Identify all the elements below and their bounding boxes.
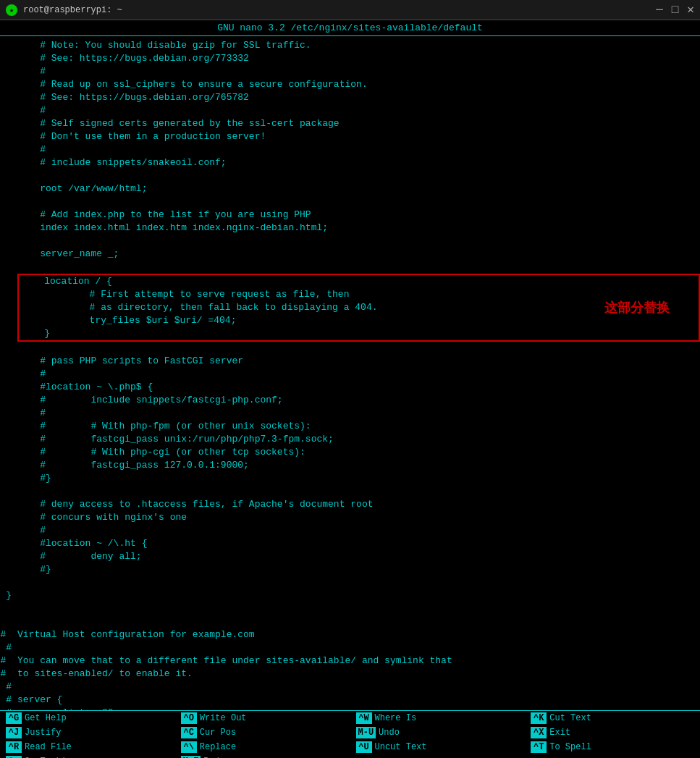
- footer-key[interactable]: ^U: [356, 741, 372, 753]
- footer-item[interactable]: M-ERedo: [175, 754, 350, 758]
- editor-line: #server {: [0, 694, 700, 707]
- footer-label: To Spell: [549, 742, 591, 752]
- footer-item[interactable]: ^JJustify: [0, 725, 175, 740]
- footer-key[interactable]: ^X: [531, 727, 547, 738]
- highlighted-block: location / { # First attempt to serve re…: [17, 274, 700, 342]
- footer-key[interactable]: ^\: [181, 741, 197, 753]
- editor-line: [0, 261, 700, 274]
- title-bar-controls[interactable]: ─ □ ✕: [656, 4, 694, 16]
- line-content: Virtual Host configuration for example.c…: [14, 628, 700, 641]
- line-marker: [0, 446, 14, 459]
- line-content: [14, 342, 700, 355]
- line-content: [14, 485, 700, 498]
- line-content: #location ~ \.php$ {: [14, 381, 700, 394]
- close-button[interactable]: ✕: [687, 4, 694, 16]
- footer-label: Where Is: [375, 713, 417, 723]
- editor-line: # fastcgi_pass 127.0.0.1:9000;: [0, 459, 700, 472]
- line-content: [14, 615, 700, 628]
- footer-item[interactable]: ^CCur Pos: [175, 725, 350, 740]
- line-marker: [0, 537, 14, 550]
- footer-label: Undo: [379, 728, 400, 738]
- footer-key[interactable]: ^W: [356, 712, 372, 724]
- line-marker: [0, 104, 14, 117]
- line-marker: #: [0, 681, 14, 694]
- editor-line: #: [0, 524, 700, 537]
- footer-key[interactable]: ^J: [6, 727, 22, 738]
- editor-line: try_files $uri $uri/ =404;: [19, 314, 699, 327]
- footer-key[interactable]: ^C: [181, 727, 197, 738]
- title-bar-title: root@raspberrypi: ~: [23, 5, 122, 15]
- line-marker: [0, 615, 14, 628]
- footer-item[interactable]: ^OWrite Out: [175, 711, 350, 725]
- editor[interactable]: # Note: You should disable gzip for SSL …: [0, 36, 700, 710]
- editor-line: [0, 576, 700, 589]
- line-marker: #: [0, 707, 14, 710]
- footer-item[interactable]: ^UUncut Text: [350, 740, 526, 754]
- annotation: 这部分替换: [604, 299, 670, 316]
- footer-item[interactable]: ^RRead File: [0, 740, 175, 754]
- line-content: [14, 576, 700, 589]
- line-content: #: [14, 65, 700, 78]
- editor-line: [0, 169, 700, 182]
- line-marker: [0, 248, 14, 261]
- line-marker: [0, 485, 14, 498]
- footer-key[interactable]: ^T: [531, 741, 547, 753]
- line-content: # Note: You should disable gzip for SSL …: [14, 39, 700, 52]
- line-content: # include snippets/fastcgi-php.conf;: [14, 394, 700, 407]
- editor-line: #: [0, 65, 700, 78]
- line-content: # include snippets/snakeoil.conf;: [14, 156, 700, 169]
- line-marker: [0, 78, 14, 91]
- footer-key[interactable]: ^K: [531, 712, 547, 724]
- line-marker: [0, 459, 14, 472]
- footer-item[interactable]: ^GGet Help: [0, 711, 175, 725]
- line-content: # as directory, then fall back to displa…: [19, 301, 699, 314]
- footer-item[interactable]: ^_Go To Line: [0, 754, 175, 758]
- line-marker: [0, 433, 14, 446]
- editor-line: # deny access to .htaccess files, if Apa…: [0, 498, 700, 511]
- line-marker: [0, 261, 14, 274]
- title-bar-left: ★ root@raspberrypi: ~: [6, 4, 122, 16]
- line-marker: [0, 524, 14, 537]
- line-marker: [0, 169, 14, 182]
- editor-line: # See: https://bugs.debian.org/773332: [0, 52, 700, 65]
- line-marker: [0, 209, 14, 222]
- footer-item[interactable]: ^WWhere Is: [350, 711, 526, 725]
- line-content: # fastcgi_pass 127.0.0.1:9000;: [14, 459, 700, 472]
- footer-item[interactable]: ^KCut Text: [525, 711, 700, 725]
- line-content: #: [14, 524, 700, 537]
- footer-key[interactable]: ^O: [181, 712, 197, 724]
- footer-key[interactable]: ^R: [6, 741, 22, 753]
- line-content: # Add index.php to the list if you are u…: [14, 209, 700, 222]
- editor-line: # listen 80;: [0, 707, 700, 710]
- editor-line: #}: [0, 563, 700, 576]
- footer-key[interactable]: ^G: [6, 712, 22, 724]
- footer-key[interactable]: M-U: [356, 727, 376, 738]
- editor-line: # First attempt to serve request as file…: [19, 288, 699, 301]
- editor-line: # fastcgi_pass unix:/run/php/php7.3-fpm.…: [0, 433, 700, 446]
- minimize-button[interactable]: ─: [656, 4, 663, 16]
- nano-header: GNU nano 3.2 /etc/nginx/sites-available/…: [0, 20, 700, 36]
- line-marker: [0, 39, 14, 52]
- editor-line: # include snippets/fastcgi-php.conf;: [0, 394, 700, 407]
- line-content: # Read up on ssl_ciphers to ensure a sec…: [14, 78, 700, 91]
- editor-line: [0, 485, 700, 498]
- footer-item[interactable]: ^XExit: [525, 725, 700, 740]
- editor-line: # include snippets/snakeoil.conf;: [0, 156, 700, 169]
- editor-line: [0, 615, 700, 628]
- editor-line: # Virtual Host configuration for example…: [0, 628, 700, 641]
- footer-label: Write Out: [200, 713, 247, 723]
- terminal-icon: ★: [6, 4, 17, 16]
- line-marker: [0, 156, 14, 169]
- footer-item[interactable]: ^\Replace: [175, 740, 350, 754]
- line-marker: [0, 407, 14, 420]
- footer-item[interactable]: ^TTo Spell: [525, 740, 700, 754]
- line-marker: [0, 563, 14, 576]
- footer-item[interactable]: M-UUndo: [350, 725, 526, 740]
- editor-line: # Note: You should disable gzip for SSL …: [0, 39, 700, 52]
- editor-line: # as directory, then fall back to displa…: [19, 301, 699, 314]
- line-marker: [0, 130, 14, 143]
- editor-line: index index.html index.htm index.nginx-d…: [0, 222, 700, 235]
- editor-line: server_name _;: [0, 248, 700, 261]
- line-content: # pass PHP scripts to FastCGI server: [14, 355, 700, 368]
- maximize-button[interactable]: □: [672, 4, 679, 16]
